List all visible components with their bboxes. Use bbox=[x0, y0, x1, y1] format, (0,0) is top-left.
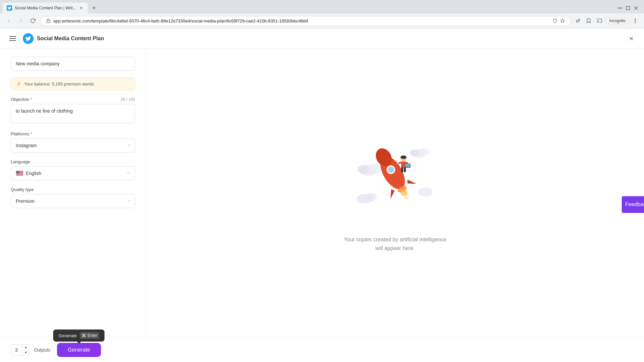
svg-rect-36 bbox=[401, 167, 403, 172]
tab-favicon bbox=[7, 5, 12, 11]
language-label: Language bbox=[11, 159, 135, 164]
platforms-group: Platforms * Instagram Facebook Twitter L… bbox=[11, 131, 135, 153]
extensions-button[interactable] bbox=[573, 16, 583, 25]
tab-bar: Social Media Content Plan | Writ... ✕ + bbox=[0, 0, 644, 13]
bookmarks-button[interactable] bbox=[584, 16, 593, 25]
language-select[interactable]: English Spanish French German Portuguese bbox=[26, 167, 123, 180]
illustration-area bbox=[348, 133, 442, 222]
app-header: Social Media Content Plan bbox=[0, 28, 644, 49]
language-group: Language 🇺🇸 English Spanish French Germa… bbox=[11, 159, 135, 180]
svg-rect-37 bbox=[404, 167, 406, 172]
enter-label: Enter bbox=[88, 333, 97, 338]
generate-tooltip-container: Generate ⌘ Enter Generate bbox=[57, 343, 101, 357]
svg-rect-0 bbox=[618, 8, 622, 8]
address-bar-row: app.writesonic.com/template/6bc4afed-937… bbox=[0, 13, 644, 28]
address-icons bbox=[553, 18, 565, 23]
quality-group: Quality type Premium Good Economy bbox=[11, 187, 135, 208]
svg-point-34 bbox=[400, 156, 407, 159]
balance-text: Your balance: 5,165 premium words bbox=[24, 81, 94, 86]
cast-button[interactable] bbox=[595, 16, 604, 25]
shield-icon bbox=[553, 18, 557, 23]
svg-rect-41 bbox=[405, 164, 410, 167]
app-body: ⚡ Your balance: 5,165 premium words Obje… bbox=[0, 49, 644, 337]
cast-icon bbox=[597, 18, 602, 23]
tab-title: Social Media Content Plan | Writ... bbox=[15, 6, 76, 10]
platforms-select[interactable]: Instagram Facebook Twitter LinkedIn TikT… bbox=[11, 138, 135, 153]
empty-state-text: Your copies created by artificial intell… bbox=[344, 235, 446, 252]
left-panel: ⚡ Your balance: 5,165 premium words Obje… bbox=[0, 49, 146, 337]
menu-button[interactable] bbox=[7, 33, 19, 45]
star-icon bbox=[560, 18, 565, 23]
right-panel: Your copies created by artificial intell… bbox=[146, 49, 644, 337]
svg-point-17 bbox=[357, 165, 369, 173]
outputs-label: Outputs bbox=[34, 347, 50, 353]
us-flag-icon: 🇺🇸 bbox=[16, 170, 23, 177]
app-title: Social Media Content Plan bbox=[37, 36, 104, 42]
puzzle-icon bbox=[575, 18, 581, 23]
feedback-button[interactable]: Feedback bbox=[622, 196, 644, 213]
active-tab[interactable]: Social Media Content Plan | Writ... ✕ bbox=[3, 3, 88, 13]
minimize-button[interactable] bbox=[617, 5, 623, 11]
forward-button[interactable] bbox=[16, 16, 25, 25]
close-icon bbox=[628, 36, 634, 42]
svg-point-19 bbox=[418, 148, 429, 156]
balance-badge: ⚡ Your balance: 5,165 premium words bbox=[11, 77, 135, 90]
back-button[interactable] bbox=[4, 16, 13, 25]
language-arrow-icon bbox=[126, 171, 130, 176]
stepper-up-button[interactable]: ▲ bbox=[22, 345, 30, 350]
platforms-required-star: * bbox=[31, 131, 32, 136]
svg-point-22 bbox=[365, 193, 377, 201]
svg-rect-1 bbox=[626, 6, 630, 10]
objective-input[interactable]: to launch ne line of clothing bbox=[11, 104, 135, 123]
brand-name-input[interactable] bbox=[11, 57, 135, 71]
tooltip-keyboard-shortcut: ⌘ Enter bbox=[79, 332, 99, 339]
platforms-label: Platforms * bbox=[11, 131, 135, 136]
svg-point-9 bbox=[635, 22, 636, 23]
lock-icon bbox=[46, 18, 51, 23]
language-select-wrapper[interactable]: 🇺🇸 English Spanish French German Portugu… bbox=[11, 166, 135, 180]
objective-group: Objective * 29 / 100 to launch ne line o… bbox=[11, 97, 135, 125]
svg-rect-39 bbox=[405, 162, 408, 164]
outputs-stepper: 3 ▲ ▼ bbox=[11, 344, 30, 356]
new-tab-button[interactable]: + bbox=[89, 3, 99, 13]
tab-close-button[interactable]: ✕ bbox=[78, 5, 84, 11]
svg-marker-5 bbox=[560, 19, 565, 22]
quality-select[interactable]: Premium Good Economy bbox=[11, 194, 135, 208]
browser-actions: Incognito bbox=[573, 16, 640, 25]
more-icon bbox=[635, 18, 636, 23]
twitter-logo-icon bbox=[23, 33, 34, 44]
svg-point-8 bbox=[635, 20, 636, 21]
required-star: * bbox=[30, 97, 32, 102]
browser-chrome: Social Media Content Plan | Writ... ✕ + bbox=[0, 0, 644, 28]
svg-point-20 bbox=[410, 149, 420, 156]
platforms-select-wrapper: Instagram Facebook Twitter LinkedIn TikT… bbox=[11, 138, 135, 153]
restore-button[interactable] bbox=[625, 5, 631, 11]
outputs-value: 3 bbox=[11, 345, 22, 355]
url-text: app.writesonic.com/template/6bc4afed-937… bbox=[53, 18, 550, 23]
quality-select-wrapper: Premium Good Economy bbox=[11, 194, 135, 208]
cmd-icon: ⌘ bbox=[82, 333, 86, 338]
app-logo: Social Media Content Plan bbox=[23, 33, 104, 44]
quality-label: Quality type bbox=[11, 187, 135, 192]
svg-point-16 bbox=[368, 164, 381, 173]
more-options-button[interactable] bbox=[631, 16, 640, 25]
app-container: Social Media Content Plan ⚡ Your balance… bbox=[0, 28, 644, 362]
close-window-button[interactable] bbox=[633, 5, 639, 11]
address-bar[interactable]: app.writesonic.com/template/6bc4afed-937… bbox=[40, 16, 571, 26]
window-controls bbox=[617, 5, 641, 11]
feedback-container: Feedback bbox=[627, 166, 644, 196]
empty-state-line1: Your copies created by artificial intell… bbox=[344, 235, 446, 244]
brand-name-group bbox=[11, 57, 135, 71]
hamburger-icon bbox=[9, 36, 16, 41]
svg-point-7 bbox=[635, 19, 636, 20]
empty-state-line2: will appear here. bbox=[344, 244, 446, 253]
svg-point-23 bbox=[418, 188, 433, 196]
reload-button[interactable] bbox=[28, 16, 38, 25]
profile-button[interactable]: Incognito bbox=[605, 17, 629, 24]
tooltip-generate-label: Generate bbox=[59, 333, 77, 338]
svg-rect-4 bbox=[47, 20, 50, 22]
app-close-button[interactable] bbox=[625, 33, 637, 45]
stepper-down-button[interactable]: ▼ bbox=[22, 350, 30, 355]
objective-label: Objective * 29 / 100 bbox=[11, 97, 135, 102]
svg-marker-29 bbox=[406, 177, 417, 188]
